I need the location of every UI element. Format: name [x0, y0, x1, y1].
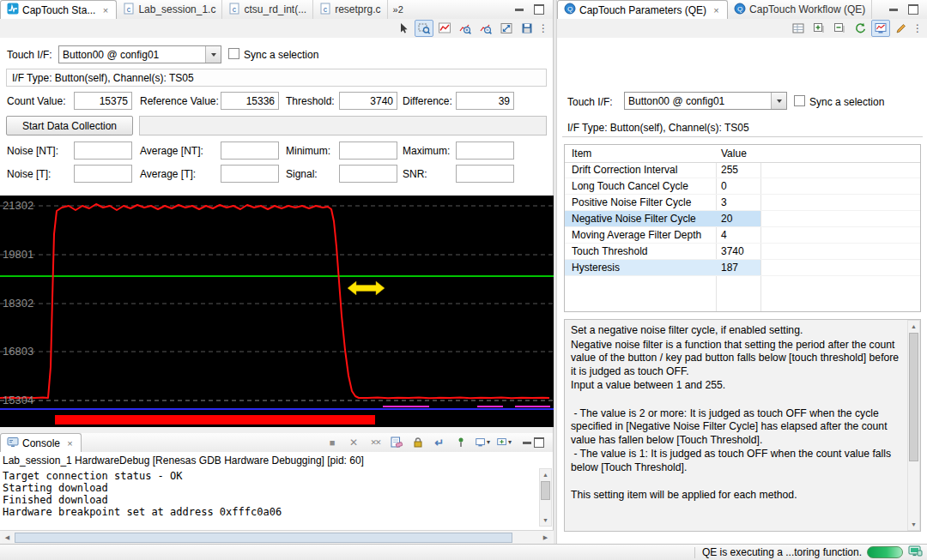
scrollbar-thumb[interactable]	[909, 333, 918, 461]
view-menu-icon[interactable]: ⋮	[912, 22, 923, 34]
word-wrap-icon[interactable]: ↵	[430, 434, 449, 451]
touch-count-chart[interactable]: 21302 19801 18302 16803 15304	[0, 196, 554, 427]
close-icon[interactable]: ×	[712, 5, 721, 15]
tab-console[interactable]: Console ×	[0, 433, 82, 453]
chevron-down-icon[interactable]	[205, 46, 221, 63]
table-row-selected[interactable]: Negative Noise Filter Cycle20	[565, 211, 920, 227]
scroll-up-arrow[interactable]: ▲	[908, 321, 919, 332]
count-value-field[interactable]	[74, 92, 132, 110]
column-header-value[interactable]: Value	[721, 148, 747, 160]
svg-text:Q: Q	[737, 5, 742, 13]
close-icon[interactable]: ×	[65, 438, 75, 449]
open-console-icon[interactable]: ▾	[494, 434, 513, 451]
view-menu-icon[interactable]: ⋮	[538, 22, 548, 34]
reference-value-label: Reference Value:	[140, 95, 219, 107]
remove-launch-icon[interactable]: ✕	[344, 434, 363, 451]
average-nt-field[interactable]	[221, 142, 279, 160]
scrollbar-thumb[interactable]	[541, 481, 550, 500]
qe-monitor-icon[interactable]	[908, 545, 923, 560]
snr-field[interactable]	[456, 165, 514, 183]
average-t-field[interactable]	[221, 165, 279, 183]
tab-resetprg-c[interactable]: c resetprg.c	[313, 0, 387, 19]
maximize-icon[interactable]	[908, 4, 918, 15]
column-header-item[interactable]: Item	[572, 148, 591, 160]
touch-if-select[interactable]: Button00 @ config01	[624, 92, 787, 110]
display-selected-console-icon[interactable]: ▾	[473, 434, 492, 451]
minimum-field[interactable]	[339, 142, 397, 160]
table-row[interactable]: Touch Threshold3740	[565, 244, 920, 260]
tab-lab-session-1-c[interactable]: c Lab_session_1.c	[117, 0, 222, 19]
scroll-left-arrow[interactable]: ◀	[2, 532, 13, 543]
console-vertical-scrollbar[interactable]: ▲ ▼	[539, 468, 552, 527]
minimize-icon[interactable]	[523, 442, 531, 444]
c-file-icon: c	[228, 3, 240, 17]
noise-nt-field[interactable]	[74, 142, 132, 160]
scroll-lock-icon[interactable]	[409, 434, 427, 451]
tab-label: Lab_session_1.c	[138, 3, 215, 15]
sync-selection-checkbox[interactable]	[794, 95, 805, 106]
save-chart-icon[interactable]	[518, 20, 536, 37]
horizontal-scrollbar[interactable]: ◀ ▶	[0, 530, 554, 544]
minimize-icon[interactable]	[889, 9, 898, 11]
table-row[interactable]: Positive Noise Filter Cycle3	[565, 195, 920, 211]
chevron-down-icon[interactable]	[771, 93, 786, 109]
line-chart-icon[interactable]	[435, 20, 454, 37]
tab-captouch-workflow[interactable]: Q CapTouch Workflow (QE)	[728, 0, 872, 19]
start-monitoring-icon[interactable]	[871, 20, 890, 37]
start-data-collection-button[interactable]: Start Data Collection	[6, 116, 133, 135]
touch-if-value: Button00 @ config01	[59, 49, 205, 61]
scroll-down-arrow[interactable]: ▼	[908, 519, 919, 530]
tab-ctsu-rd-int-c[interactable]: c ctsu_rd_int(...	[222, 0, 313, 19]
threshold-field[interactable]	[339, 92, 397, 110]
pin-console-icon[interactable]	[451, 434, 470, 451]
terminate-icon[interactable]: ■	[323, 434, 342, 451]
difference-label: Difference:	[403, 95, 452, 107]
scrollbar-thumb[interactable]	[15, 533, 512, 543]
zoom-out-chart-icon[interactable]	[476, 20, 495, 37]
noise-t-field[interactable]	[74, 165, 132, 183]
remove-all-launches-icon[interactable]: ✕✕	[366, 434, 385, 451]
write-parameters-icon[interactable]	[892, 20, 911, 37]
scroll-down-arrow[interactable]: ▼	[540, 515, 551, 526]
console-description: Lab_session_1 HardwareDebug [Renesas GDB…	[3, 455, 364, 467]
clear-console-icon[interactable]	[387, 434, 406, 451]
touch-if-select[interactable]: Button00 @ config01	[58, 45, 221, 63]
description-vertical-scrollbar[interactable]: ▲ ▼	[907, 320, 920, 531]
y-axis-tick: 19801	[3, 248, 33, 261]
if-type-info: I/F Type: Button(self), Channel(s): TS05	[6, 69, 547, 87]
signal-field[interactable]	[339, 165, 397, 183]
table-header[interactable]: Item Value	[565, 145, 920, 163]
scroll-up-arrow[interactable]: ▲	[540, 469, 551, 480]
snr-label: SNR:	[403, 168, 427, 180]
table-row[interactable]: Drift Correction Interval255	[565, 162, 920, 178]
tab-captouch-status[interactable]: CapTouch Sta... ×	[0, 0, 117, 20]
maximum-field[interactable]	[456, 142, 514, 160]
tab-captouch-parameters[interactable]: Q CapTouch Parameters (QE) ×	[557, 0, 728, 20]
y-axis-tick: 16803	[3, 345, 33, 358]
zoom-in-chart-icon[interactable]	[456, 20, 475, 37]
show-table-icon[interactable]	[789, 20, 808, 37]
close-icon[interactable]: ×	[100, 5, 110, 15]
expand-all-icon[interactable]	[809, 20, 828, 37]
refresh-parameters-icon[interactable]	[851, 20, 869, 37]
zoom-selection-icon[interactable]	[415, 20, 433, 37]
maximize-icon[interactable]	[534, 4, 544, 15]
reference-value-field[interactable]	[221, 92, 279, 110]
minimize-icon[interactable]	[515, 9, 524, 11]
table-row[interactable]: Long Touch Cancel Cycle0	[565, 178, 920, 195]
difference-field[interactable]	[456, 92, 514, 110]
tab-overflow-indicator[interactable]: »2	[388, 4, 409, 15]
sync-selection-checkbox[interactable]	[228, 48, 239, 59]
threshold-label: Threshold:	[286, 95, 335, 107]
captouch-status-icon	[7, 3, 19, 17]
signal-label: Signal:	[286, 168, 318, 180]
parameter-table[interactable]: Item Value Drift Correction Interval255 …	[564, 144, 921, 312]
table-row[interactable]: Moving Average Filter Depth4	[565, 227, 920, 244]
collapse-all-icon[interactable]	[830, 20, 849, 37]
qe-view-icon: Q	[734, 3, 746, 17]
scroll-right-arrow[interactable]: ▶	[540, 532, 551, 543]
fit-chart-icon[interactable]	[497, 20, 516, 37]
maximize-icon[interactable]	[534, 437, 544, 448]
table-row-highlighted[interactable]: Hysteresis187	[565, 260, 920, 276]
pointer-icon[interactable]	[394, 20, 413, 37]
